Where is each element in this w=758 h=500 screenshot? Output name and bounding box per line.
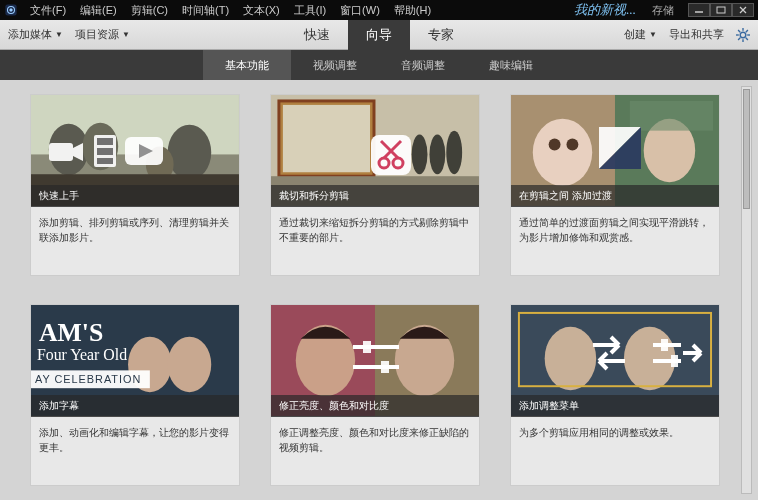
menu-bar: 文件(F) 编辑(E) 剪辑(C) 时间轴(T) 文本(X) 工具(I) 窗口(… xyxy=(24,3,437,18)
card-description: 通过简单的过渡面剪辑之间实现平滑跳转，为影片增加修饰和观赏感。 xyxy=(511,207,719,275)
project-title: 我的新视... xyxy=(574,1,636,19)
svg-rect-23 xyxy=(49,143,73,161)
secondary-bar: 添加媒体 ▼ 项目资源 ▼ 快速 向导 专家 创建 ▼ 导出和共享 xyxy=(0,20,758,50)
tab-fun-edit[interactable]: 趣味编辑 xyxy=(467,50,555,80)
svg-line-15 xyxy=(738,37,740,39)
filmstrip-icon xyxy=(91,135,119,167)
card-caption: 添加字幕 xyxy=(31,395,239,417)
create-label: 创建 xyxy=(624,27,646,42)
save-button[interactable]: 存储 xyxy=(644,3,682,18)
svg-text:Four Year Old: Four Year Old xyxy=(37,346,127,363)
card-adjustment-layers[interactable]: 添加调整菜单 为多个剪辑应用相同的调整或效果。 xyxy=(510,304,720,486)
close-button[interactable] xyxy=(732,3,754,17)
guided-subtabs: 基本功能 视频调整 音频调整 趣味编辑 xyxy=(0,50,758,80)
menu-window[interactable]: 窗口(W) xyxy=(334,3,386,18)
scrollbar-thumb[interactable] xyxy=(743,89,750,209)
tab-audio-adjust[interactable]: 音频调整 xyxy=(379,50,467,80)
card-trim-split[interactable]: 裁切和拆分剪辑 通过裁切来缩短拆分剪辑的方式剔除剪辑中不重要的部片。 xyxy=(270,94,480,276)
card-thumbnail: 快速上手 xyxy=(31,95,239,207)
menu-clip[interactable]: 剪辑(C) xyxy=(125,3,174,18)
card-description: 修正调整亮度、颜色和对比度来修正缺陷的视频剪辑。 xyxy=(271,417,479,485)
export-share-button[interactable]: 导出和共享 xyxy=(669,27,724,42)
project-assets-dropdown[interactable]: 项目资源 ▼ xyxy=(75,27,130,42)
card-thumbnail: 添加调整菜单 xyxy=(511,305,719,417)
swap-icon xyxy=(589,331,629,375)
card-titles[interactable]: AM'S Four Year Old AY CELEBRATION 添加字幕 添… xyxy=(30,304,240,486)
card-caption: 快速上手 xyxy=(31,185,239,207)
add-media-dropdown[interactable]: 添加媒体 ▼ xyxy=(8,27,63,42)
content-area: 快速上手 添加剪辑、排列剪辑或序列、清理剪辑并关联添加影片。 xyxy=(0,80,758,500)
svg-rect-67 xyxy=(381,361,389,373)
app-logo-icon xyxy=(4,3,18,17)
card-thumbnail: 修正亮度、颜色和对比度 xyxy=(271,305,479,417)
svg-point-46 xyxy=(549,139,561,151)
svg-rect-73 xyxy=(661,339,668,351)
create-dropdown[interactable]: 创建 ▼ xyxy=(624,27,657,42)
card-fix-brightness-color[interactable]: 修正亮度、颜色和对比度 修正调整亮度、颜色和对比度来修正缺陷的视频剪辑。 xyxy=(270,304,480,486)
svg-line-14 xyxy=(746,30,748,32)
play-icon xyxy=(125,137,163,165)
mode-expert[interactable]: 专家 xyxy=(410,20,472,50)
svg-point-45 xyxy=(533,119,592,186)
svg-text:AY CELEBRATION: AY CELEBRATION xyxy=(35,373,141,385)
transition-icon xyxy=(597,125,643,171)
svg-rect-28 xyxy=(97,158,113,164)
mode-switcher: 快速 向导 专家 xyxy=(286,20,472,50)
mode-quick[interactable]: 快速 xyxy=(286,20,348,50)
card-description: 添加剪辑、排列剪辑或序列、清理剪辑并关联添加影片。 xyxy=(31,207,239,275)
menu-file[interactable]: 文件(F) xyxy=(24,3,72,18)
card-caption: 修正亮度、颜色和对比度 xyxy=(271,395,479,417)
card-description: 添加、动画化和编辑字幕，让您的影片变得更丰。 xyxy=(31,417,239,485)
chevron-down-icon: ▼ xyxy=(55,30,63,39)
svg-rect-75 xyxy=(671,355,678,367)
card-row: AM'S Four Year Old AY CELEBRATION 添加字幕 添… xyxy=(30,304,734,486)
card-thumbnail: AM'S Four Year Old AY CELEBRATION 添加字幕 xyxy=(31,305,239,417)
sliders-arrow-icon xyxy=(651,331,705,375)
svg-rect-26 xyxy=(97,138,113,145)
maximize-button[interactable] xyxy=(710,3,732,17)
project-assets-label: 项目资源 xyxy=(75,27,119,42)
svg-marker-24 xyxy=(73,143,83,161)
card-caption: 在剪辑之间 添加过渡 xyxy=(511,185,719,207)
svg-rect-65 xyxy=(363,341,371,353)
card-row: 快速上手 添加剪辑、排列剪辑或序列、清理剪辑并关联添加影片。 xyxy=(30,94,734,276)
tab-basic[interactable]: 基本功能 xyxy=(203,50,291,80)
menu-help[interactable]: 帮助(H) xyxy=(388,3,437,18)
minimize-button[interactable] xyxy=(688,3,710,17)
svg-point-47 xyxy=(566,139,578,151)
scissors-icon xyxy=(371,135,411,175)
camera-icon xyxy=(49,139,85,165)
card-thumbnail: 在剪辑之间 添加过渡 xyxy=(511,95,719,207)
svg-point-34 xyxy=(412,135,428,175)
svg-point-7 xyxy=(740,32,746,38)
svg-rect-27 xyxy=(97,148,113,155)
card-description: 为多个剪辑应用相同的调整或效果。 xyxy=(511,417,719,470)
menu-edit[interactable]: 编辑(E) xyxy=(74,3,123,18)
svg-text:AM'S: AM'S xyxy=(39,318,103,347)
card-description: 通过裁切来缩短拆分剪辑的方式剔除剪辑中不重要的部片。 xyxy=(271,207,479,275)
card-thumbnail: 裁切和拆分剪辑 xyxy=(271,95,479,207)
card-getting-started[interactable]: 快速上手 添加剪辑、排列剪辑或序列、清理剪辑并关联添加影片。 xyxy=(30,94,240,276)
mode-guided[interactable]: 向导 xyxy=(348,20,410,50)
svg-line-12 xyxy=(738,30,740,32)
svg-point-55 xyxy=(168,337,212,392)
menu-tools[interactable]: 工具(I) xyxy=(288,3,332,18)
svg-line-13 xyxy=(746,37,748,39)
tab-video-adjust[interactable]: 视频调整 xyxy=(291,50,379,80)
gear-icon[interactable] xyxy=(736,28,750,42)
card-caption: 裁切和拆分剪辑 xyxy=(271,185,479,207)
card-caption: 添加调整菜单 xyxy=(511,395,719,417)
menu-text[interactable]: 文本(X) xyxy=(237,3,286,18)
menu-timeline[interactable]: 时间轴(T) xyxy=(176,3,235,18)
svg-rect-4 xyxy=(717,7,725,13)
window-controls xyxy=(688,3,754,17)
vertical-scrollbar[interactable] xyxy=(741,86,752,494)
title-bar: 文件(F) 编辑(E) 剪辑(C) 时间轴(T) 文本(X) 工具(I) 窗口(… xyxy=(0,0,758,20)
svg-rect-33 xyxy=(283,105,370,172)
svg-rect-38 xyxy=(371,135,411,175)
svg-point-35 xyxy=(429,135,445,175)
chevron-down-icon: ▼ xyxy=(649,30,657,39)
card-transitions[interactable]: 在剪辑之间 添加过渡 通过简单的过渡面剪辑之间实现平滑跳转，为影片增加修饰和观赏… xyxy=(510,94,720,276)
add-media-label: 添加媒体 xyxy=(8,27,52,42)
svg-point-36 xyxy=(446,131,462,175)
